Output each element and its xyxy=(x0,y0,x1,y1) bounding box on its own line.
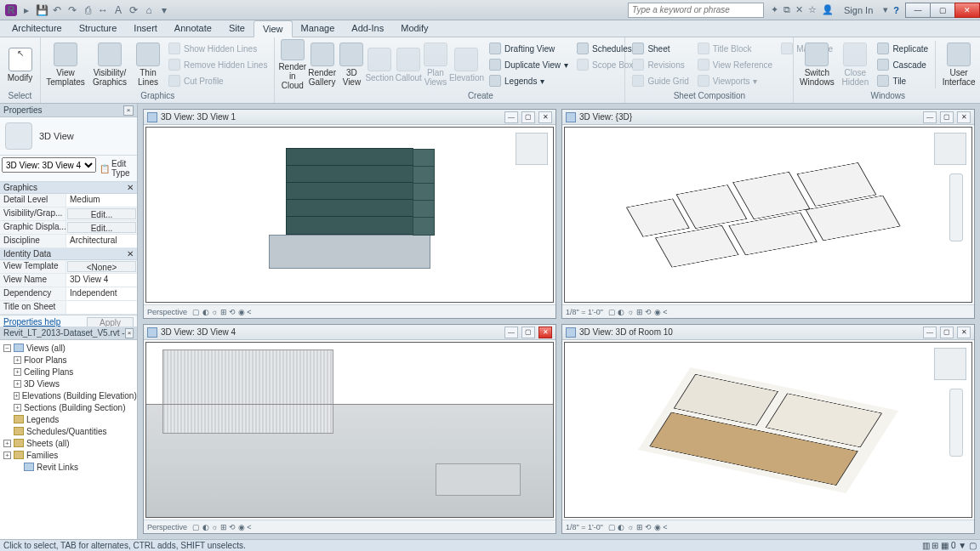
discipline-value[interactable]: Architectural xyxy=(66,235,137,247)
vp-close-button[interactable]: ✕ xyxy=(538,327,552,338)
view-controls[interactable]: ▢ ◐ ☼ ⊞ ⟲ ◉ < xyxy=(608,308,668,316)
switch-windows-button[interactable]: Switch Windows xyxy=(797,39,836,90)
visibility-edit-button[interactable]: Edit... xyxy=(67,208,136,219)
graphic-display-edit-button[interactable]: Edit... xyxy=(67,222,136,233)
view-templates-button[interactable]: View Templates xyxy=(44,39,87,90)
qat-save-icon[interactable]: 💾 xyxy=(36,4,48,16)
status-right-controls[interactable]: ▥ ⊞ ▦ 0 ▼ ▢ xyxy=(922,541,977,550)
tab-addins[interactable]: Add-Ins xyxy=(343,20,392,37)
title-on-sheet-value[interactable] xyxy=(66,301,137,314)
view-mode[interactable]: Perspective xyxy=(147,308,187,316)
properties-close-icon[interactable]: × xyxy=(123,105,134,116)
viewport-canvas[interactable] xyxy=(564,342,972,518)
close-hidden-button[interactable]: Close Hidden xyxy=(838,39,872,90)
modify-button[interactable]: ↖ Modify xyxy=(3,39,37,90)
section-identity[interactable]: Identity Data✕ xyxy=(0,248,137,260)
qat-sync-icon[interactable]: ⟳ xyxy=(128,4,140,16)
tab-view[interactable]: View xyxy=(254,20,293,37)
qat-open-icon[interactable]: ▸ xyxy=(20,4,32,16)
elevation-button[interactable]: Elevation xyxy=(449,39,484,90)
viewport-canvas[interactable] xyxy=(564,127,972,303)
tree-3d-views[interactable]: +3D Views xyxy=(2,378,135,389)
viewport-3[interactable]: 3D View: 3D View 4—▢✕ Perspective▢ ◐ ☼ ⊞… xyxy=(143,324,556,534)
vp-max-button[interactable]: ▢ xyxy=(940,111,954,123)
favorite-icon[interactable]: ☆ xyxy=(808,4,817,15)
legends-button[interactable]: Legends ▾ xyxy=(486,73,572,88)
section-graphics[interactable]: Graphics✕ xyxy=(0,182,137,194)
sheet-button[interactable]: Sheet xyxy=(629,41,692,56)
maximize-button[interactable]: ▢ xyxy=(930,3,955,18)
vp-min-button[interactable]: — xyxy=(923,327,937,338)
tab-modify[interactable]: Modify xyxy=(392,20,436,37)
viewport-4[interactable]: 3D View: 3D of Room 10—▢✕ 1/8" = 1'-0"▢ … xyxy=(561,324,975,534)
view-cube[interactable] xyxy=(934,133,966,165)
tab-annotate[interactable]: Annotate xyxy=(166,20,220,37)
qat-align-icon[interactable]: A xyxy=(112,4,124,16)
nav-bar[interactable] xyxy=(949,389,963,457)
sign-in-button[interactable]: Sign In xyxy=(839,5,878,15)
qat-redo-icon[interactable]: ↷ xyxy=(66,4,78,16)
user-interface-button[interactable]: User Interface xyxy=(939,39,978,90)
view-controls[interactable]: ▢ ◐ ☼ ⊞ ⟲ ◉ < xyxy=(192,308,252,316)
qat-3d-icon[interactable]: ⌂ xyxy=(143,4,155,16)
close-button[interactable]: ✕ xyxy=(954,3,980,18)
viewport-canvas[interactable] xyxy=(145,127,554,303)
viewport-canvas[interactable] xyxy=(145,342,554,518)
view-cube[interactable] xyxy=(934,348,966,380)
qat-undo-icon[interactable]: ↶ xyxy=(51,4,63,16)
viewport-1[interactable]: 3D View: 3D View 1—▢✕ Perspective▢ ◐ ☼ ⊞… xyxy=(143,109,556,319)
tree-ceiling-plans[interactable]: +Ceiling Plans xyxy=(2,366,135,378)
view-scale[interactable]: 1/8" = 1'-0" xyxy=(566,308,603,316)
help-icon[interactable]: ? xyxy=(893,5,899,15)
tree-elevations[interactable]: +Elevations (Building Elevation) xyxy=(2,389,135,401)
minimize-button[interactable]: — xyxy=(905,3,931,18)
3d-view-button[interactable]: 3D View xyxy=(339,39,363,90)
tab-manage[interactable]: Manage xyxy=(293,20,344,37)
subscription-icon[interactable]: ⧉ xyxy=(783,4,790,15)
properties-help-link[interactable]: Properties help xyxy=(3,317,60,327)
app-logo-icon[interactable]: R xyxy=(5,4,17,16)
tab-insert[interactable]: Insert xyxy=(125,20,166,37)
qat-measure-icon[interactable]: ↔ xyxy=(97,4,109,16)
view-name-value[interactable]: 3D View 4 xyxy=(66,274,137,287)
tree-floor-plans[interactable]: +Floor Plans xyxy=(2,354,135,366)
infocenter-icon[interactable]: ✦ xyxy=(771,4,778,15)
tree-sheets[interactable]: +Sheets (all) xyxy=(2,437,135,449)
tab-structure[interactable]: Structure xyxy=(71,20,126,37)
tree-families[interactable]: +Families xyxy=(2,449,135,461)
tab-architecture[interactable]: Architecture xyxy=(3,20,71,37)
duplicate-view-button[interactable]: Duplicate View ▾ xyxy=(486,57,572,72)
browser-close-icon[interactable]: × xyxy=(125,328,134,338)
drafting-view-button[interactable]: Drafting View xyxy=(486,41,572,56)
replicate-button[interactable]: Replicate xyxy=(874,41,932,56)
vp-min-button[interactable]: — xyxy=(504,327,518,338)
view-controls[interactable]: ▢ ◐ ☼ ⊞ ⟲ ◉ < xyxy=(192,523,252,531)
render-cloud-button[interactable]: Render in Cloud xyxy=(278,39,306,90)
view-cube[interactable] xyxy=(516,133,548,165)
tree-revit-links[interactable]: Revit Links xyxy=(2,461,135,473)
tree-legends[interactable]: Legends xyxy=(2,413,135,425)
view-scale[interactable]: 1/8" = 1'-0" xyxy=(566,523,603,531)
tile-button[interactable]: Tile xyxy=(874,73,932,88)
revisions-button[interactable]: Revisions xyxy=(629,57,692,72)
view-mode[interactable]: Perspective xyxy=(147,523,187,531)
nav-bar[interactable] xyxy=(949,173,963,241)
exchange-icon[interactable]: ✕ xyxy=(795,4,803,15)
vp-min-button[interactable]: — xyxy=(504,111,518,123)
vp-max-button[interactable]: ▢ xyxy=(521,327,535,338)
qat-more-icon[interactable]: ▾ xyxy=(158,4,170,16)
render-gallery-button[interactable]: Render Gallery xyxy=(308,39,336,90)
visibility-graphics-button[interactable]: Visibility/ Graphics xyxy=(88,39,131,90)
detail-level-value[interactable]: Medium xyxy=(66,194,137,207)
vp-close-button[interactable]: ✕ xyxy=(538,111,552,123)
help-search-input[interactable] xyxy=(628,3,764,18)
vp-min-button[interactable]: — xyxy=(923,111,937,123)
edit-type-button[interactable]: 📋Edit Type xyxy=(98,157,135,179)
tree-views[interactable]: −Views (all) xyxy=(2,342,135,354)
user-icon[interactable]: 👤 xyxy=(822,4,834,15)
tree-sections[interactable]: +Sections (Building Section) xyxy=(2,401,135,413)
vp-close-button[interactable]: ✕ xyxy=(957,111,971,123)
view-template-value[interactable]: <None> xyxy=(67,261,136,272)
cascade-button[interactable]: Cascade xyxy=(874,57,932,72)
plan-views-button[interactable]: Plan Views xyxy=(424,39,447,90)
